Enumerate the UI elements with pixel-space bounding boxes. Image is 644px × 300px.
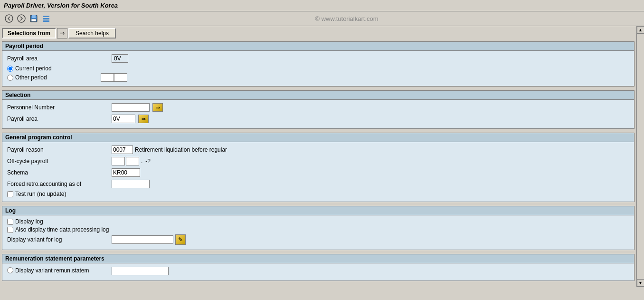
display-log-row: Display log: [7, 218, 629, 225]
display-variant-input[interactable]: [112, 235, 173, 244]
selections-from-button[interactable]: Selections from: [2, 28, 56, 39]
payroll-area-label: Payroll area: [7, 55, 112, 62]
svg-rect-6: [43, 18, 49, 19]
other-period-radio[interactable]: [7, 75, 13, 81]
log-body: Display log Also display time data proce…: [2, 215, 634, 250]
svg-rect-4: [31, 19, 36, 21]
log-header: Log: [2, 206, 634, 215]
off-cycle-row: Off-cycle payroll . -?: [7, 156, 629, 166]
main-container: ▲ ▼ Selections from ⇒ Search helps Payro…: [0, 26, 644, 287]
general-program-control-body: Payroll reason Retirement liquidation be…: [2, 142, 634, 202]
also-display-checkbox[interactable]: [7, 227, 13, 233]
off-cycle-input1[interactable]: [112, 157, 125, 165]
display-log-checkbox[interactable]: [7, 219, 13, 225]
payroll-period-body: Payroll area 0V Current period Other per…: [2, 51, 634, 86]
payroll-area-value: 0V: [112, 54, 128, 63]
test-run-checkbox[interactable]: [7, 191, 13, 197]
payroll-area-row: Payroll area 0V: [7, 54, 629, 63]
forced-retro-label: Forced retro.accounting as of: [7, 181, 112, 187]
test-run-label: Test run (no update): [15, 191, 66, 197]
general-program-control-section: General program control Payroll reason R…: [2, 133, 635, 202]
forced-retro-input[interactable]: [112, 180, 150, 188]
display-log-label: Display log: [15, 218, 43, 225]
payroll-reason-code-input[interactable]: [112, 145, 133, 154]
toolbar: © www.tutorialkart.com: [0, 11, 644, 26]
payroll-area-arrow-button[interactable]: ⇒: [138, 115, 149, 123]
also-display-row: Also display time data processing log: [7, 226, 629, 233]
selection-header: Selection: [2, 91, 634, 100]
remuneration-header: Remuneration statement parameters: [2, 254, 634, 263]
schema-row: Schema: [7, 168, 629, 177]
selection-payroll-area-row: Payroll area ⇒: [7, 114, 629, 124]
off-cycle-label: Off-cycle payroll: [7, 158, 112, 165]
payroll-period-section: Payroll period Payroll area 0V Current p…: [2, 41, 635, 87]
other-period-input2[interactable]: [114, 73, 127, 82]
off-cycle-input2[interactable]: [126, 157, 139, 165]
test-run-row: Test run (no update): [7, 191, 629, 197]
current-period-radio[interactable]: [7, 66, 13, 72]
svg-point-0: [5, 15, 13, 22]
svg-rect-5: [43, 16, 49, 17]
scroll-up-button[interactable]: ▲: [637, 26, 644, 34]
display-variant-remun-row: Display variant remun.statem: [7, 266, 629, 276]
remuneration-section: Remuneration statement parameters Displa…: [2, 254, 635, 281]
arrow-button[interactable]: ⇒: [57, 28, 67, 39]
svg-point-1: [18, 15, 25, 22]
save-icon[interactable]: [28, 13, 39, 24]
log-section: Log Display log Also display time data p…: [2, 206, 635, 250]
other-period-input1[interactable]: [101, 73, 114, 82]
other-period-label: Other period: [15, 74, 101, 81]
pencil-icon: ✎: [178, 236, 183, 243]
forward-icon[interactable]: [16, 13, 27, 24]
selection-payroll-area-input[interactable]: [112, 115, 135, 123]
display-variant-label: Display variant for log: [7, 236, 112, 243]
general-program-control-header: General program control: [2, 133, 634, 142]
display-variant-remun-input[interactable]: [112, 267, 169, 275]
off-cycle-val2: -?: [144, 158, 152, 165]
payroll-reason-box: Retirement liquidation before regular: [112, 145, 227, 154]
personnel-number-label: Personnel Number: [7, 104, 112, 111]
svg-rect-7: [43, 20, 49, 22]
remuneration-body: Display variant remun.statem: [2, 263, 634, 281]
payroll-period-header: Payroll period: [2, 42, 634, 51]
other-period-row: Other period: [7, 73, 629, 82]
display-variant-remun-label: Display variant remun.statem: [15, 267, 89, 274]
selection-payroll-area-label: Payroll area: [7, 116, 112, 122]
personnel-arrow-button[interactable]: ⇒: [152, 103, 163, 112]
payroll-reason-row: Payroll reason Retirement liquidation be…: [7, 145, 629, 155]
off-cycle-dot: .: [140, 158, 143, 165]
payroll-reason-label: Payroll reason: [7, 146, 112, 153]
search-helps-button[interactable]: Search helps: [68, 28, 116, 39]
payroll-reason-text: Retirement liquidation before regular: [135, 146, 227, 153]
watermark: © www.tutorialkart.com: [53, 15, 640, 22]
display-variant-remun-radio-row: Display variant remun.statem: [7, 267, 112, 274]
also-display-label: Also display time data processing log: [15, 226, 109, 233]
selection-body: Personnel Number ⇒ Payroll area ⇒: [2, 100, 634, 128]
current-period-row: Current period: [7, 65, 629, 72]
display-variant-row: Display variant for log ✎: [7, 234, 629, 245]
schema-label: Schema: [7, 169, 112, 176]
log-variant-row: ✎: [112, 234, 186, 245]
personnel-number-input[interactable]: [112, 103, 150, 112]
current-period-label: Current period: [15, 65, 52, 72]
schema-input[interactable]: [112, 168, 140, 177]
layout-icon[interactable]: [41, 13, 51, 24]
selection-section: Selection Personnel Number ⇒ Payroll are…: [2, 90, 635, 129]
scroll-down-button[interactable]: ▼: [637, 279, 644, 287]
title-bar: Payroll Driver, Version for South Korea: [0, 0, 644, 11]
top-buttons: Selections from ⇒ Search helps: [2, 28, 635, 39]
svg-rect-3: [32, 15, 36, 18]
pencil-button[interactable]: ✎: [175, 234, 186, 245]
off-cycle-inputs: . -?: [112, 157, 152, 165]
display-variant-remun-radio[interactable]: [7, 267, 13, 273]
scrollbar[interactable]: ▲ ▼: [636, 26, 644, 287]
forced-retro-row: Forced retro.accounting as of: [7, 179, 629, 189]
back-icon[interactable]: [4, 13, 14, 24]
personnel-number-row: Personnel Number ⇒: [7, 103, 629, 112]
title-text: Payroll Driver, Version for South Korea: [4, 2, 118, 9]
